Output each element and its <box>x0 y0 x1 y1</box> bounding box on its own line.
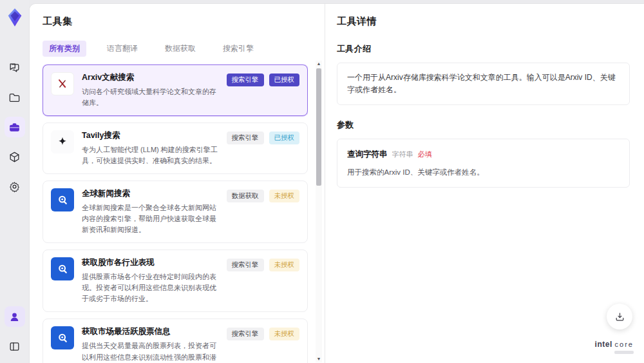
intel-core-logo: intel core <box>595 340 634 354</box>
param-card: 查询字符串 字符串 必填 用于搜索的Arxiv ID、关键字或作者姓名。 <box>337 139 630 187</box>
tool-list-item[interactable]: 获取市场最活跃股票信息提供当天交易量最高的股票列表，投资者可以利用这些信息来识别… <box>43 319 308 363</box>
download-button[interactable] <box>607 304 632 329</box>
blue-search-icon <box>51 188 74 211</box>
tab-all-categories[interactable]: 所有类别 <box>43 41 86 57</box>
tool-description: 提供当天交易量最高的股票列表，投资者可以利用这些信息来识别流动性强的股票和潜在的… <box>82 340 219 363</box>
sparkle-icon <box>51 130 74 153</box>
app-window: 工具集 所有类别 语言翻译 数据获取 搜索引擎 Arxiv文献搜索访问各个研究领… <box>0 0 644 363</box>
tool-info: 获取市场最活跃股票信息提供当天交易量最高的股票列表，投资者可以利用这些信息来识别… <box>82 326 219 363</box>
category-badge: 数据获取 <box>227 190 264 202</box>
page-title: 工具集 <box>43 15 325 28</box>
scrollbar-track[interactable] <box>316 67 322 356</box>
param-name: 查询字符串 <box>347 148 388 161</box>
intel-brand-primary: intel <box>595 340 612 349</box>
category-badge: 搜索引擎 <box>227 259 264 271</box>
intel-ultra-bar <box>614 351 634 354</box>
tool-name: 获取市场最活跃股票信息 <box>82 326 219 337</box>
detail-title: 工具详情 <box>337 15 630 28</box>
category-badge: 搜索引擎 <box>227 74 264 86</box>
tool-list: Arxiv文献搜索访问各个研究领域大量科学论文和文章的存储库。搜索引擎已授权Ta… <box>43 64 308 363</box>
param-header: 查询字符串 字符串 必填 <box>347 148 620 161</box>
tool-info: 全球新闻搜索全球新闻搜索是一个聚合全球各大新闻网站内容的搜索引擎，帮助用户快速获… <box>82 188 219 235</box>
chat-icon <box>8 62 21 74</box>
folder-icon <box>8 92 21 104</box>
list-scrollbar: ▲ ▼ <box>316 61 322 362</box>
tool-info: 获取股市各行业表现提供股票市场各个行业在特定时间段内的表现。投资者可以利用这些信… <box>82 257 219 304</box>
tool-list-item[interactable]: Tavily搜索专为人工智能代理 (LLM) 构建的搜索引擎工具，可快速提供实时… <box>43 123 308 174</box>
tool-description: 全球新闻搜索是一个聚合全球各大新闻网站内容的搜索引擎，帮助用户快速获取全球最新资… <box>82 202 219 235</box>
tool-info: Tavily搜索专为人工智能代理 (LLM) 构建的搜索引擎工具，可快速提供实时… <box>82 130 219 166</box>
auth-status-badge: 未授权 <box>269 328 300 340</box>
scrollbar-thumb[interactable] <box>316 68 321 186</box>
tool-list-item[interactable]: 获取股市各行业表现提供股票市场各个行业在特定时间段内的表现。投资者可以利用这些信… <box>43 250 308 312</box>
param-type: 字符串 <box>392 149 413 161</box>
param-description: 用于搜索的Arxiv ID、关键字或作者姓名。 <box>347 166 620 178</box>
tool-list-item[interactable]: 全球新闻搜索全球新闻搜索是一个聚合全球各大新闻网站内容的搜索引擎，帮助用户快速获… <box>43 181 308 243</box>
tab-data-acquisition[interactable]: 数据获取 <box>158 41 202 57</box>
tool-badges: 搜索引擎已授权 <box>227 130 300 166</box>
tool-name: 全球新闻搜索 <box>82 188 219 199</box>
sidebar-item-packages[interactable] <box>5 146 25 167</box>
tool-badges: 搜索引擎未授权 <box>227 326 300 363</box>
cube-icon <box>8 151 21 163</box>
sidebar-item-tools[interactable] <box>5 117 25 137</box>
param-required-badge: 必填 <box>418 149 432 161</box>
tab-language-translation[interactable]: 语言翻译 <box>100 41 144 57</box>
tab-search-engine[interactable]: 搜索引擎 <box>216 41 260 57</box>
tool-detail-pane: 工具详情 工具介绍 一个用于从Arxiv存储库搜索科学论文和文章的工具。输入可以… <box>325 4 644 363</box>
auth-status-badge: 已授权 <box>269 74 300 86</box>
tool-badges: 数据获取未授权 <box>227 188 300 235</box>
intro-card: 一个用于从Arxiv存储库搜索科学论文和文章的工具。输入可以是Arxiv ID、… <box>337 63 630 105</box>
gear-icon <box>8 181 21 193</box>
tool-badges: 搜索引擎未授权 <box>227 257 300 304</box>
tool-name: Arxiv文献搜索 <box>82 72 219 83</box>
download-icon <box>614 311 625 322</box>
briefcase-icon <box>8 121 21 133</box>
main-content: 工具集 所有类别 语言翻译 数据获取 搜索引擎 Arxiv文献搜索访问各个研究领… <box>29 3 644 363</box>
tool-description: 专为人工智能代理 (LLM) 构建的搜索引擎工具，可快速提供实时、准确和真实的结… <box>82 144 219 166</box>
blue-search-icon <box>51 257 74 280</box>
blue-search-icon <box>51 326 74 349</box>
sidebar-item-chat[interactable] <box>5 57 25 78</box>
nav-rail <box>0 0 29 363</box>
tool-name: Tavily搜索 <box>82 130 219 141</box>
arxiv-icon <box>51 72 74 95</box>
sidebar-item-settings[interactable] <box>5 176 25 197</box>
person-icon <box>8 311 21 323</box>
auth-status-badge: 未授权 <box>269 259 300 271</box>
auth-status-badge: 未授权 <box>269 190 300 202</box>
tool-description: 提供股票市场各个行业在特定时间段内的表现。投资者可以利用这些信息来识别表现优于或… <box>82 271 219 304</box>
sidebar-item-files[interactable] <box>5 87 25 108</box>
scrollbar-up-arrow[interactable]: ▲ <box>317 61 321 67</box>
tool-list-pane: 工具集 所有类别 语言翻译 数据获取 搜索引擎 Arxiv文献搜索访问各个研究领… <box>30 4 325 363</box>
tool-name: 获取股市各行业表现 <box>82 257 219 268</box>
sidebar-item-profile[interactable] <box>5 306 25 327</box>
tool-info: Arxiv文献搜索访问各个研究领域大量科学论文和文章的存储库。 <box>82 72 219 108</box>
auth-status-badge: 已授权 <box>269 132 300 144</box>
category-badge: 搜索引擎 <box>227 328 264 340</box>
category-tabs: 所有类别 语言翻译 数据获取 搜索引擎 <box>43 41 325 57</box>
intel-brand-secondary: core <box>615 340 634 348</box>
intro-section-title: 工具介绍 <box>337 43 630 55</box>
app-logo <box>5 8 24 27</box>
params-section-title: 参数 <box>337 119 630 131</box>
tool-description: 访问各个研究领域大量科学论文和文章的存储库。 <box>82 86 219 108</box>
category-badge: 搜索引擎 <box>227 132 264 144</box>
tool-list-item[interactable]: Arxiv文献搜索访问各个研究领域大量科学论文和文章的存储库。搜索引擎已授权 <box>43 64 308 116</box>
tool-badges: 搜索引擎已授权 <box>227 72 300 108</box>
sidebar-item-collapse-panel[interactable] <box>5 336 25 357</box>
scrollbar-down-arrow[interactable]: ▼ <box>317 356 321 362</box>
panel-layout-icon <box>8 340 21 353</box>
